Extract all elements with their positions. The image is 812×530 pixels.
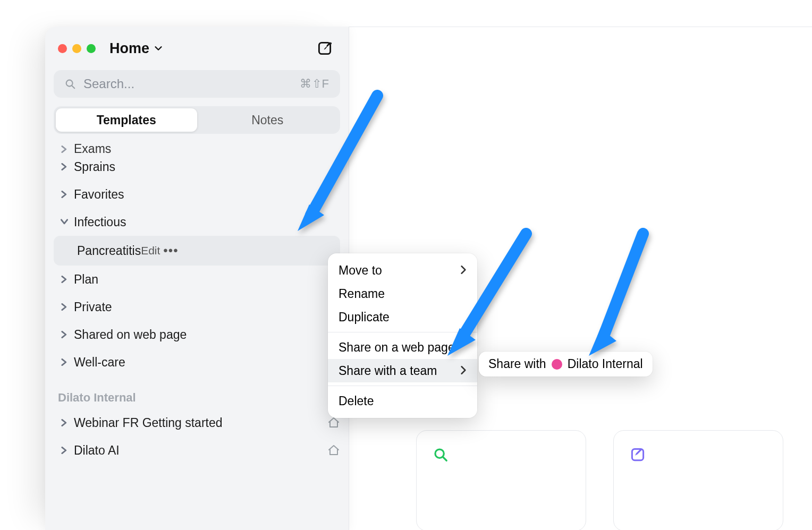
sidebar: Home Search... ⌘⇧F Templates Notes — [45, 27, 349, 530]
svg-point-2 — [435, 449, 444, 458]
compose-icon — [630, 447, 646, 463]
tree-item-label: Plan — [71, 272, 98, 287]
menu-share-web[interactable]: Share on a web page — [328, 336, 477, 359]
tree-item-label: Well-care — [71, 355, 125, 370]
svg-rect-3 — [632, 449, 643, 460]
template-tree: Exams Sprains Favorites Infectious Pancr… — [45, 139, 349, 464]
search-icon — [64, 78, 76, 90]
tree-item-wellcare[interactable]: Well-care — [45, 348, 349, 376]
search-shortcut: ⌘⇧F — [300, 77, 329, 91]
home-icon — [327, 444, 340, 457]
tree-item-label: Sprains — [71, 160, 115, 174]
svg-line-8 — [603, 234, 643, 337]
chevron-right-icon — [58, 331, 71, 338]
chevron-right-icon — [58, 191, 71, 198]
tab-templates[interactable]: Templates — [56, 108, 197, 132]
sidebar-tabs: Templates Notes — [54, 106, 340, 134]
tree-item-shared-web[interactable]: Shared on web page — [45, 321, 349, 348]
menu-share-team[interactable]: Share with a team — [328, 359, 477, 382]
chevron-right-icon — [58, 419, 71, 426]
tree-item-label: Dilato AI — [71, 443, 120, 458]
menu-move-to[interactable]: Move to — [328, 259, 477, 282]
minimize-window-button[interactable] — [72, 44, 81, 53]
home-icon — [327, 416, 340, 429]
tab-notes[interactable]: Notes — [197, 108, 339, 132]
team-color-dot-icon — [552, 359, 562, 370]
submenu-team-name: Dilato Internal — [568, 357, 643, 371]
tab-notes-label: Notes — [251, 113, 283, 127]
chevron-right-icon — [460, 364, 467, 378]
tree-item-plan[interactable]: Plan — [45, 266, 349, 293]
compose-button[interactable] — [316, 39, 334, 57]
menu-rename[interactable]: Rename — [328, 282, 477, 305]
close-window-button[interactable] — [58, 44, 67, 53]
context-menu: Move to Rename Duplicate Share on a web … — [328, 253, 477, 418]
edit-button[interactable]: Edit — [141, 244, 160, 257]
search-icon — [433, 447, 449, 463]
menu-label: Rename — [339, 287, 467, 301]
tree-item-sprains[interactable]: Sprains — [45, 153, 349, 181]
search-placeholder: Search... — [83, 76, 134, 91]
tree-item-label: Shared on web page — [71, 328, 187, 342]
tree-item-private[interactable]: Private — [45, 293, 349, 321]
menu-label: Share on a web page — [339, 340, 467, 355]
chevron-down-icon — [58, 218, 71, 226]
tree-item-dilato-ai[interactable]: Dilato AI — [45, 437, 349, 464]
tree-item-label: Exams — [71, 142, 111, 153]
tree-item-webinar[interactable]: Webinar FR Getting started — [45, 409, 349, 437]
tree-item-infectious[interactable]: Infectious — [45, 208, 349, 236]
tree-item-label: Private — [71, 300, 112, 314]
tree-item-label: Webinar FR Getting started — [71, 416, 223, 430]
titlebar: Home — [45, 27, 349, 63]
chevron-right-icon — [58, 447, 71, 454]
share-team-submenu[interactable]: Share with Dilato Internal — [479, 352, 653, 377]
search-input[interactable]: Search... ⌘⇧F — [54, 70, 340, 98]
workspace-title: Home — [109, 40, 149, 57]
tree-item-label: Favorites — [71, 187, 124, 202]
menu-separator — [328, 332, 477, 332]
chevron-right-icon — [58, 303, 71, 311]
submenu-prefix: Share with — [488, 357, 546, 371]
menu-separator — [328, 386, 477, 386]
window-controls — [58, 44, 96, 53]
menu-label: Duplicate — [339, 310, 467, 324]
chevron-right-icon — [58, 146, 71, 153]
menu-delete[interactable]: Delete — [328, 389, 477, 413]
content-card[interactable] — [416, 430, 586, 530]
workspace-switcher[interactable]: Home — [109, 40, 164, 57]
tree-subitem-label: Pancreatitis — [77, 244, 141, 258]
tree-item-exams[interactable]: Exams — [45, 139, 349, 153]
menu-label: Move to — [339, 263, 460, 278]
chevron-down-icon — [153, 42, 164, 54]
chevron-right-icon — [58, 163, 71, 170]
content-top-border — [349, 27, 812, 31]
menu-label: Delete — [339, 394, 467, 408]
chevron-right-icon — [58, 276, 71, 283]
compose-icon — [317, 40, 333, 56]
tree-item-label: Infectious — [71, 215, 126, 229]
content-card[interactable] — [613, 430, 783, 530]
svg-point-1 — [66, 80, 73, 87]
more-options-button[interactable]: ••• — [163, 243, 178, 258]
menu-label: Share with a team — [339, 364, 460, 378]
chevron-right-icon — [58, 358, 71, 366]
fullscreen-window-button[interactable] — [87, 44, 96, 53]
chevron-right-icon — [460, 263, 467, 278]
menu-duplicate[interactable]: Duplicate — [328, 305, 477, 329]
tab-templates-label: Templates — [97, 113, 156, 127]
annotation-arrow-icon — [574, 223, 670, 366]
tree-item-favorites[interactable]: Favorites — [45, 181, 349, 208]
section-header: Dilato Internal — [45, 376, 349, 409]
tree-subitem-pancreatitis[interactable]: Pancreatitis Edit ••• — [54, 236, 340, 266]
